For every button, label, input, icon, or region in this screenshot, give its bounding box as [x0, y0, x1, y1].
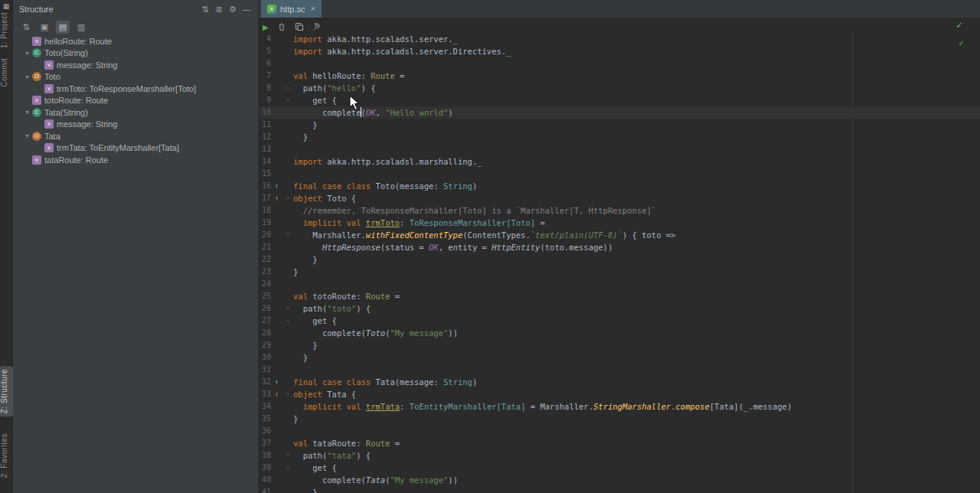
line-number[interactable]: 32 [259, 376, 271, 388]
line-number[interactable]: 25 [259, 290, 271, 302]
code-line[interactable]: 5import akka.http.scaladsl.server.Direct… [259, 45, 980, 57]
chevron-down-icon[interactable]: ▾ [22, 73, 32, 80]
inspection-ok-icon[interactable]: ✓ [956, 20, 963, 31]
line-number[interactable]: 14 [259, 155, 271, 168]
line-number[interactable]: 41 [259, 486, 271, 493]
line-number[interactable]: 23 [259, 266, 271, 278]
line-number[interactable]: 15 [259, 168, 271, 180]
structure-tree-item[interactable]: ▾OToto [13, 71, 258, 83]
worksheet-settings-icon[interactable] [312, 22, 322, 31]
code-line[interactable]: 7val helloRoute: Route = [259, 70, 980, 82]
inspection-status-icon[interactable]: ✓ [959, 39, 965, 47]
line-number[interactable]: 30 [259, 351, 271, 364]
line-number[interactable]: 5 [259, 45, 271, 57]
fold-marker-icon[interactable]: ▾ [283, 315, 293, 327]
code-line[interactable]: 28 complete(Toto("My message")) [259, 327, 980, 339]
code-line[interactable]: 6 [259, 57, 980, 70]
stripe-favorites-button[interactable]: 2: Favorites [0, 433, 13, 478]
structure-tree-item[interactable]: vtataRoute: Route [13, 154, 258, 166]
fold-marker-icon[interactable]: ▾ [283, 82, 293, 94]
chevron-down-icon[interactable]: ▾ [22, 50, 32, 57]
code-line[interactable]: 18 //remember, ToResponseMarshaller[Toto… [259, 204, 980, 217]
line-number[interactable]: 26 [259, 302, 271, 315]
line-number[interactable]: 9 [259, 94, 271, 106]
line-number[interactable]: 16 [259, 180, 271, 192]
line-number[interactable]: 18 [259, 204, 271, 217]
code-line[interactable]: 39▾ get { [259, 462, 980, 474]
tab-http-sc[interactable]: s http.sc × [261, 0, 322, 18]
code-line[interactable]: 8▾ path("hello") { [259, 82, 980, 94]
code-line[interactable]: 33↑▾object Tata { [259, 388, 980, 400]
code-line[interactable]: 29 } [259, 339, 980, 351]
hide-panel-icon[interactable]: — [240, 3, 253, 15]
code-line[interactable]: 34 implicit val trmTata: ToEntityMarshal… [259, 400, 980, 413]
line-number[interactable]: 36 [259, 425, 271, 437]
code-line[interactable]: 23} [259, 266, 980, 278]
companion-object-gutter-icon[interactable]: ↑ [271, 192, 283, 204]
code-line[interactable]: 14import akka.http.scaladsl.marshalling.… [259, 155, 980, 168]
code-line[interactable]: 22 } [259, 253, 980, 266]
line-number[interactable]: 6 [259, 57, 271, 70]
show-fields-icon[interactable]: ▤ [56, 21, 70, 34]
structure-tree-item[interactable]: ▾CTata(String) [13, 106, 258, 119]
code-line[interactable]: 38▾ path("tata") { [259, 449, 980, 462]
line-number[interactable]: 12 [259, 131, 271, 143]
code-line[interactable]: 9▾ get { [259, 94, 980, 106]
line-number[interactable]: 24 [259, 278, 271, 290]
fold-marker-icon[interactable]: ▾ [283, 449, 293, 462]
code-line[interactable]: 10 complete(OK, "Hello world") [259, 106, 980, 119]
code-line[interactable]: 11 } [259, 119, 980, 131]
sort-alphabetically-icon[interactable]: ⇅ [19, 21, 33, 34]
clear-output-icon[interactable] [277, 22, 286, 31]
structure-tree-item[interactable]: vhelloRoute: Route [13, 35, 258, 47]
line-number[interactable]: 40 [259, 474, 271, 486]
companion-class-gutter-icon[interactable]: ↑ [271, 180, 283, 192]
line-number[interactable]: 35 [259, 413, 271, 425]
code-line[interactable]: 31 [259, 364, 980, 376]
line-number[interactable]: 10 [259, 106, 271, 119]
structure-tree-item[interactable]: ▾CToto(String) [13, 47, 258, 60]
structure-tree-item[interactable]: vtrmToto: ToResponseMarshaller[Toto] [13, 83, 258, 95]
line-number[interactable]: 31 [259, 364, 271, 376]
code-line[interactable]: 16↑final case class Toto(message: String… [259, 180, 980, 192]
autoscroll-icon[interactable]: ▥ [74, 21, 88, 34]
code-line[interactable]: 26▾ path("toto") { [259, 302, 980, 315]
line-number[interactable]: 38 [259, 449, 271, 462]
line-number[interactable]: 28 [259, 327, 271, 339]
group-by-icon[interactable]: ▣ [38, 21, 51, 34]
structure-tree-item[interactable]: vmessage: String [13, 119, 258, 131]
code-line[interactable]: 37val tataRoute: Route = [259, 437, 980, 449]
line-number[interactable]: 4 [259, 33, 271, 45]
structure-tree-item[interactable]: vtotoRoute: Route [13, 95, 258, 107]
code-line[interactable]: 32↑final case class Tata(message: String… [259, 376, 980, 388]
tab-close-icon[interactable]: × [310, 5, 315, 13]
copy-icon[interactable] [295, 22, 304, 31]
chevron-down-icon[interactable]: ▾ [22, 132, 32, 139]
line-number[interactable]: 11 [259, 119, 271, 131]
chevron-down-icon[interactable]: ▾ [22, 109, 32, 116]
code-line[interactable]: 19 implicit val trmToto: ToResponseMarsh… [259, 217, 980, 229]
structure-tree-item[interactable]: vtrmTata: ToEntityMarshaller[Tata] [13, 142, 258, 155]
code-line[interactable]: 12 } [259, 131, 980, 143]
expand-all-icon[interactable]: ⇅ [198, 3, 212, 15]
fold-marker-icon[interactable]: ▾ [283, 462, 293, 474]
code-line[interactable]: 25val totoRoute: Route = [259, 290, 980, 302]
stripe-structure-button[interactable]: Z: Structure [0, 366, 13, 416]
line-number[interactable]: 7 [259, 70, 271, 82]
code-line[interactable]: 15 [259, 168, 980, 180]
code-line[interactable]: 17↑▾object Toto { [259, 192, 980, 204]
code-line[interactable]: 30 } [259, 351, 980, 364]
code-viewport[interactable]: 4import akka.http.scaladsl.server._5impo… [259, 33, 980, 493]
structure-tree-item[interactable]: ▾OTata [13, 130, 258, 142]
fold-marker-icon[interactable]: ▾ [283, 302, 293, 315]
fold-marker-icon[interactable]: ▾ [283, 192, 293, 204]
code-line[interactable]: 41 } [259, 486, 980, 493]
line-number[interactable]: 17 [259, 192, 271, 204]
code-line[interactable]: 4import akka.http.scaladsl.server._ [259, 33, 980, 45]
code-line[interactable]: 35} [259, 413, 980, 425]
line-number[interactable]: 8 [259, 82, 271, 94]
stripe-commit-button[interactable]: Commit [0, 58, 13, 87]
fold-marker-icon[interactable]: ▾ [283, 388, 293, 400]
editor-body[interactable]: ▶ ✓ ✓ [259, 18, 980, 493]
companion-object-gutter-icon[interactable]: ↑ [271, 388, 283, 400]
